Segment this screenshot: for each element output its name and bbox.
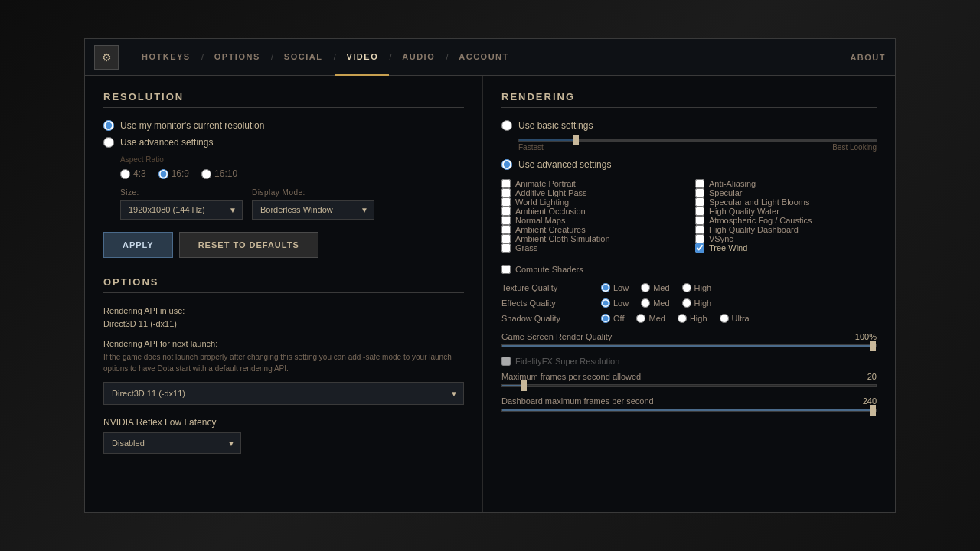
checkbox-high-quality-water[interactable]: High Quality Water: [695, 207, 877, 216]
use-advanced-radio[interactable]: [501, 159, 512, 170]
dashboard-frames-thumb[interactable]: [870, 405, 876, 416]
nav-hotkeys[interactable]: HOTKEYS: [131, 39, 201, 76]
nvidia-select[interactable]: Disabled Enabled Enabled + Boost: [103, 432, 241, 454]
rendering-api-select[interactable]: Direct3D 11 (-dx11) Direct3D 12 (-dx12) …: [103, 382, 464, 405]
aspect-1610-radio[interactable]: [201, 169, 211, 179]
aspect-1610[interactable]: 16:10: [201, 168, 237, 179]
resolution-monitor-option[interactable]: Use my monitor's current resolution: [103, 120, 464, 131]
ambient-cloth-check[interactable]: [501, 234, 511, 243]
normal-maps-check[interactable]: [501, 216, 511, 225]
effects-med[interactable]: Med: [641, 298, 669, 308]
world-lighting-check[interactable]: [501, 197, 511, 207]
additive-light-check[interactable]: [501, 188, 511, 197]
apply-button[interactable]: APPLY: [103, 232, 173, 258]
checkbox-high-quality-dashboard[interactable]: High Quality Dashboard: [695, 225, 877, 234]
texture-med-radio[interactable]: [641, 283, 650, 292]
compute-shaders-check[interactable]: [501, 265, 511, 274]
nav-video[interactable]: VIDEO: [335, 39, 389, 76]
nav-options[interactable]: OPTIONS: [204, 39, 271, 76]
ambient-occlusion-check[interactable]: [501, 207, 511, 216]
shadow-med[interactable]: Med: [636, 314, 665, 323]
high-quality-dashboard-label: High Quality Dashboard: [709, 225, 799, 234]
max-frames-header: Maximum frames per second allowed 20: [501, 372, 877, 381]
shadow-ultra-radio[interactable]: [720, 314, 729, 323]
effects-high[interactable]: High: [682, 298, 712, 308]
texture-high[interactable]: High: [682, 283, 712, 292]
texture-low[interactable]: Low: [601, 283, 629, 292]
checkbox-anti-aliasing[interactable]: Anti-Aliasing: [695, 179, 877, 188]
texture-med[interactable]: Med: [641, 283, 669, 292]
nav-social[interactable]: SOCIAL: [273, 39, 334, 76]
texture-med-label: Med: [653, 283, 669, 292]
aspect-43-radio[interactable]: [120, 169, 130, 179]
shadow-ultra[interactable]: Ultra: [720, 314, 750, 323]
animate-portrait-check[interactable]: [501, 179, 511, 188]
left-panel: RESOLUTION Use my monitor's current reso…: [85, 76, 483, 512]
max-frames-thumb[interactable]: [521, 380, 527, 391]
texture-high-radio[interactable]: [682, 283, 691, 292]
checkbox-compute-shaders[interactable]: Compute Shaders: [501, 265, 877, 274]
game-screen-render-thumb[interactable]: [870, 341, 876, 351]
ambient-creatures-check[interactable]: [501, 225, 511, 234]
basic-slider-track[interactable]: [518, 139, 877, 142]
nav-account[interactable]: ACCOUNT: [448, 39, 520, 76]
aspect-43[interactable]: 4:3: [120, 168, 146, 179]
checkbox-animate-portrait[interactable]: Animate Portrait: [501, 179, 683, 188]
checkbox-ambient-occlusion[interactable]: Ambient Occlusion: [501, 207, 683, 216]
grass-check[interactable]: [501, 243, 511, 253]
shadow-off[interactable]: Off: [601, 314, 624, 323]
checkbox-specular[interactable]: Specular: [695, 188, 877, 197]
shadow-med-radio[interactable]: [636, 314, 645, 323]
aspect-169[interactable]: 16:9: [158, 168, 189, 179]
aspect-169-radio[interactable]: [158, 169, 168, 179]
checkbox-normal-maps[interactable]: Normal Maps: [501, 216, 683, 225]
specular-light-blooms-check[interactable]: [695, 197, 704, 207]
reset-button[interactable]: RESET TO DEFAULTS: [179, 232, 318, 258]
shadow-high-radio[interactable]: [678, 314, 687, 323]
grass-label: Grass: [515, 243, 537, 253]
tree-wind-check[interactable]: [695, 243, 704, 253]
high-quality-water-label: High Quality Water: [709, 207, 779, 216]
use-basic-settings-option[interactable]: Use basic settings: [501, 120, 877, 131]
display-mode-select[interactable]: Borderless Window: [252, 200, 374, 220]
checkbox-world-lighting[interactable]: World Lighting: [501, 197, 683, 207]
checkbox-ambient-cloth[interactable]: Ambient Cloth Simulation: [501, 234, 683, 243]
resolution-advanced-radio[interactable]: [103, 137, 114, 148]
basic-slider-thumb[interactable]: [573, 135, 579, 145]
effects-low-radio[interactable]: [601, 298, 610, 308]
checkbox-ambient-creatures[interactable]: Ambient Creatures: [501, 225, 683, 234]
checkbox-tree-wind[interactable]: Tree Wind: [695, 243, 877, 253]
game-screen-render-track[interactable]: [501, 344, 877, 347]
specular-check[interactable]: [695, 188, 704, 197]
use-advanced-settings-option[interactable]: Use advanced settings: [501, 159, 877, 170]
use-basic-radio[interactable]: [501, 120, 512, 131]
max-frames-track[interactable]: [501, 384, 877, 387]
nav-about[interactable]: ABOUT: [850, 53, 886, 62]
checkbox-specular-light-blooms[interactable]: Specular and Light Blooms: [695, 197, 877, 207]
effects-high-radio[interactable]: [682, 298, 691, 308]
texture-low-radio[interactable]: [601, 283, 610, 292]
shadow-off-radio[interactable]: [601, 314, 610, 323]
nav-audio[interactable]: AUDIO: [391, 39, 446, 76]
shadow-high[interactable]: High: [678, 314, 707, 323]
resolution-advanced-option[interactable]: Use advanced settings: [103, 137, 464, 148]
settings-gear-icon[interactable]: ⚙: [94, 45, 119, 70]
resolution-monitor-radio[interactable]: [103, 120, 114, 131]
vsync-check[interactable]: [695, 234, 704, 243]
atmospheric-fog-check[interactable]: [695, 216, 704, 225]
anti-aliasing-check[interactable]: [695, 179, 704, 188]
high-quality-dashboard-check[interactable]: [695, 225, 704, 234]
effects-med-radio[interactable]: [641, 298, 650, 308]
checkbox-vsync[interactable]: VSync: [695, 234, 877, 243]
fidelity-fx-check[interactable]: [501, 357, 511, 366]
checkbox-atmospheric-fog[interactable]: Atmospheric Fog / Caustics: [695, 216, 877, 225]
checkboxes-right-col: Anti-Aliasing Specular Specular and Ligh…: [695, 179, 877, 253]
size-select[interactable]: 1920x1080 (144 Hz): [120, 200, 243, 220]
checkbox-grass[interactable]: Grass: [501, 243, 683, 253]
checkbox-additive-light[interactable]: Additive Light Pass: [501, 188, 683, 197]
ambient-occlusion-label: Ambient Occlusion: [515, 207, 586, 216]
effects-low[interactable]: Low: [601, 298, 629, 308]
high-quality-water-check[interactable]: [695, 207, 704, 216]
dashboard-frames-track[interactable]: [501, 409, 877, 412]
top-navigation: ⚙ HOTKEYS / OPTIONS / SOCIAL / VIDEO / A…: [85, 39, 895, 76]
